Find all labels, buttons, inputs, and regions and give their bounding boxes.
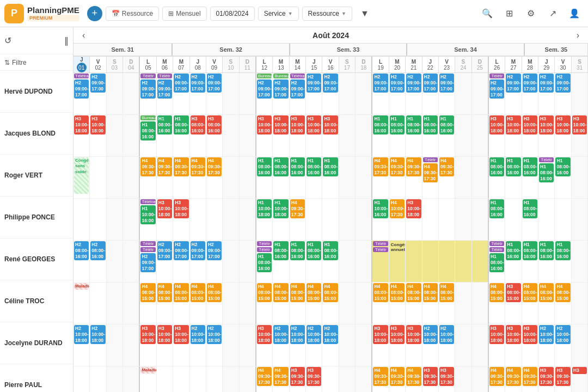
cell-herve-31[interactable] xyxy=(572,73,588,114)
cell-herve-20[interactable]: H209:00-17:00 xyxy=(389,73,406,114)
cell-rog-20[interactable]: H409:30-17:30 xyxy=(389,157,406,198)
cell-joc-26[interactable]: H310:00-18:00 xyxy=(489,324,505,366)
cell-ren-16[interactable]: H108:00-16:00 xyxy=(322,241,339,282)
cell-cel-26[interactable]: H408:00-15:00 xyxy=(489,283,505,324)
cell-phi-13[interactable]: H110:00-18:00 xyxy=(273,199,289,240)
cell-rog-09[interactable]: H409:30-17:30 xyxy=(206,157,223,198)
cell-herve-27[interactable]: H209:00-17:00 xyxy=(505,73,522,114)
cell-cel-09[interactable]: H408:00-15:00 xyxy=(206,283,223,324)
collapse-button[interactable]: ‖ xyxy=(64,35,69,46)
calendar-area[interactable]: ‹ Août 2024 › Sem. 31 Sem. 32 Sem. 33 Se… xyxy=(74,27,588,392)
cell-rog-22[interactable]: Télétr H409:30-17:30 xyxy=(422,157,439,198)
cell-cel-06[interactable]: H408:00-15:00 xyxy=(157,283,173,324)
cell-cel-01[interactable]: Maladie xyxy=(74,283,90,324)
cell-cel-17[interactable] xyxy=(339,283,356,324)
employee-philippe[interactable]: Philippe PONCE xyxy=(0,197,73,238)
cell-jac-31[interactable]: H310:00-18:00 xyxy=(572,115,588,156)
cell-ren-31[interactable] xyxy=(572,241,588,282)
cell-phi-25[interactable] xyxy=(472,199,489,240)
cell-pie-16[interactable] xyxy=(322,366,339,392)
cell-herve-24[interactable] xyxy=(455,73,471,114)
cell-joc-14[interactable]: H210:00-18:00 xyxy=(290,324,306,366)
cell-herve-18[interactable] xyxy=(356,73,372,114)
cell-rog-08[interactable]: H409:30-17:30 xyxy=(190,157,206,198)
cell-ren-17[interactable] xyxy=(339,241,356,282)
cell-joc-17[interactable] xyxy=(339,324,356,366)
cell-jac-12[interactable]: H310:00-18:00 xyxy=(256,115,273,156)
cell-ren-23[interactable] xyxy=(439,241,455,282)
cell-herve-26[interactable]: Télétr H209:00-17:00 xyxy=(489,73,505,114)
filter-icon-btn[interactable]: ▼ xyxy=(356,4,374,23)
cell-ren-13[interactable]: H108:00-16:00 xyxy=(273,241,289,282)
cell-rog-02[interactable] xyxy=(90,157,106,198)
cell-cel-28[interactable]: H408:00-15:00 xyxy=(522,283,538,324)
cell-pie-12[interactable]: H409:30-17:30 xyxy=(256,366,273,392)
cell-phi-19[interactable]: H110:00-16:00 xyxy=(372,199,389,240)
cell-ren-24[interactable] xyxy=(455,241,471,282)
employee-roger[interactable]: Roger VERT xyxy=(0,155,73,197)
cell-joc-18[interactable] xyxy=(356,324,372,366)
cell-cel-27[interactable]: H308:00-15:00 xyxy=(505,283,522,324)
cell-cel-02[interactable] xyxy=(90,283,106,324)
add-button[interactable]: + xyxy=(87,6,102,21)
cell-phi-24[interactable] xyxy=(455,199,471,240)
cell-jac-15[interactable]: H310:00-18:00 xyxy=(306,115,322,156)
cell-herve-30[interactable]: H209:00-17:00 xyxy=(555,73,571,114)
cell-jac-18[interactable] xyxy=(356,115,372,156)
cell-herve-06[interactable]: Télétr H209:00-17:00 xyxy=(157,73,173,114)
service-dropdown[interactable]: Service ▼ xyxy=(258,7,299,21)
cell-phi-05[interactable]: Télétravail H110:00-16:00 xyxy=(140,199,156,240)
cell-ren-29[interactable]: H108:00-16:00 xyxy=(538,241,555,282)
cell-rog-27[interactable]: H108:00-16:00 xyxy=(505,157,522,198)
resource-button[interactable]: 📅 Ressource xyxy=(106,7,159,21)
cell-cel-30[interactable]: H408:00-15:00 xyxy=(555,283,571,324)
cell-rog-25[interactable] xyxy=(472,157,489,198)
cell-herve-13[interactable]: Bureau H209:00-17:00 xyxy=(273,73,289,114)
cell-ren-25[interactable] xyxy=(472,241,489,282)
cell-pie-26[interactable]: H409:30-17:30 xyxy=(489,366,505,392)
cell-joc-10[interactable] xyxy=(223,324,239,366)
cell-cel-29[interactable]: H408:00-15:00 xyxy=(538,283,555,324)
cell-herve-10[interactable] xyxy=(223,73,239,114)
employee-rene[interactable]: René GEORGES xyxy=(0,238,73,280)
employee-celine[interactable]: Céline TROC xyxy=(0,280,73,322)
cell-jac-10[interactable] xyxy=(223,115,239,156)
cell-cel-05[interactable]: H408:00-15:00 xyxy=(140,283,156,324)
cell-cel-03[interactable] xyxy=(107,283,123,324)
date-display[interactable]: 01/08/2024 xyxy=(210,7,255,21)
cell-phi-23[interactable] xyxy=(439,199,455,240)
cell-jac-17[interactable] xyxy=(339,115,356,156)
cell-phi-17[interactable] xyxy=(339,199,356,240)
cell-ren-21[interactable] xyxy=(406,241,422,282)
cell-joc-05[interactable]: H310:00-18:00 xyxy=(140,324,156,366)
cell-phi-20[interactable]: H410:00-17:30 xyxy=(389,199,406,240)
settings-button[interactable]: ⚙ xyxy=(522,4,540,23)
cell-pie-06[interactable] xyxy=(157,366,173,392)
cell-joc-27[interactable]: H310:00-18:00 xyxy=(505,324,522,366)
cell-joc-16[interactable]: H210:00-18:00 xyxy=(322,324,339,366)
cell-phi-21[interactable]: H310:00-18:00 xyxy=(406,199,422,240)
cell-jac-23[interactable]: H108:00-16:00 xyxy=(439,115,455,156)
cell-joc-19[interactable]: H310:00-18:00 xyxy=(372,324,389,366)
cell-phi-18[interactable] xyxy=(356,199,372,240)
cell-pie-01[interactable] xyxy=(74,366,90,392)
cell-jac-30[interactable]: H310:00-18:00 xyxy=(555,115,571,156)
cell-herve-22[interactable]: H209:00-17:00 xyxy=(422,73,439,114)
cell-phi-09[interactable] xyxy=(206,199,223,240)
cell-jac-08[interactable]: H308:00-16:00 xyxy=(190,115,206,156)
cell-ren-10[interactable] xyxy=(223,241,239,282)
cell-pie-04[interactable] xyxy=(123,366,140,392)
user-button[interactable]: 👤 xyxy=(565,4,584,23)
cell-phi-28[interactable]: H108:00-16:00 xyxy=(522,199,538,240)
cell-phi-02[interactable] xyxy=(90,199,106,240)
cell-rog-21[interactable]: H409:30-17:30 xyxy=(406,157,422,198)
cell-pie-21[interactable]: H409:30-17:30 xyxy=(406,366,422,392)
cell-cel-21[interactable]: H408:00-15:00 xyxy=(406,283,422,324)
cell-phi-04[interactable] xyxy=(123,199,140,240)
cell-phi-07[interactable]: H310:00-18:00 xyxy=(173,199,189,240)
cell-herve-29[interactable]: H209:00-17:00 xyxy=(538,73,555,114)
cell-ren-20[interactable]: Congés annuels xyxy=(389,241,406,282)
cell-pie-10[interactable] xyxy=(223,366,239,392)
cell-rog-29[interactable]: Télétr H108:00-16:00 xyxy=(538,157,555,198)
cell-rog-01[interactable]: Congéssans solde xyxy=(74,157,90,198)
